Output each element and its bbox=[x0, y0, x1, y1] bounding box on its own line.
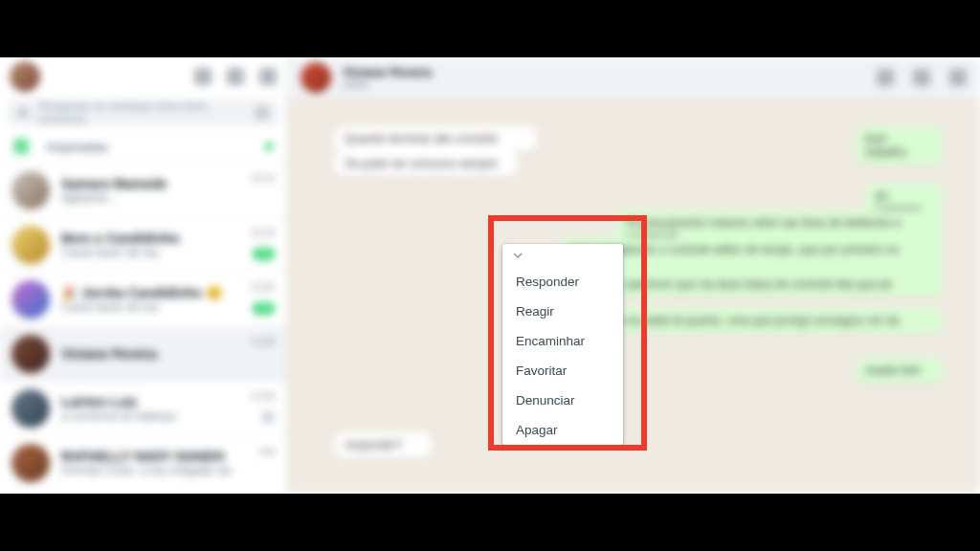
chat-time: 13:56 bbox=[251, 282, 275, 293]
sidebar: Pesquisar ou começar uma nova conversa A… bbox=[0, 57, 287, 494]
avatar bbox=[11, 280, 50, 319]
message-out[interactable]: e o spectrum que via doze baixa de contr… bbox=[597, 272, 942, 297]
chat-subtitle: a conversa do balanço bbox=[61, 409, 275, 423]
chat-time: 14:18 bbox=[251, 228, 275, 238]
ctx-reply[interactable]: Responder bbox=[502, 267, 623, 297]
search-icon bbox=[17, 107, 29, 119]
sidebar-header-icons bbox=[194, 68, 277, 85]
ctx-delete[interactable]: Apagar bbox=[502, 415, 623, 445]
chevron-down-icon[interactable] bbox=[502, 244, 623, 267]
chat-subtitle: Permita Cristo: a tua chegada vai bbox=[61, 464, 275, 477]
avatar bbox=[11, 335, 50, 373]
avatar bbox=[11, 171, 50, 209]
search-chat-icon[interactable] bbox=[913, 69, 930, 86]
chat-title: Viviane Pereira bbox=[61, 346, 275, 362]
ctx-star[interactable]: Favoritar bbox=[502, 356, 623, 386]
chat-list-item[interactable]: Samara Mamede digitando… 14:23 bbox=[0, 163, 286, 217]
avatar bbox=[11, 389, 50, 428]
app-viewport: Pesquisar ou começar uma nova conversa A… bbox=[0, 57, 980, 494]
ctx-react[interactable]: Reagir bbox=[502, 297, 623, 326]
video-icon[interactable] bbox=[877, 69, 894, 86]
status-icon[interactable] bbox=[194, 68, 212, 85]
chat-header-icons bbox=[877, 69, 967, 86]
chat-title: 🎉 Jorska Candidinho 😊 bbox=[61, 285, 275, 300]
messages-area[interactable]: Quando terminar alto consiste Se pode se… bbox=[287, 98, 980, 494]
filter-icon[interactable] bbox=[256, 106, 269, 120]
chat-list-item[interactable]: 🎉 Jorska Candidinho 😊 Canal haver de tua… bbox=[0, 272, 286, 326]
chat-title: RAFAELLY NADY NANDO bbox=[61, 449, 275, 464]
message-in[interactable]: Quando terminar alto consiste bbox=[335, 126, 536, 151]
chat-panel: Viviane Pereira online Quando terminar a… bbox=[287, 57, 980, 494]
avatar bbox=[11, 226, 50, 264]
chat-title: Lairton Luiz bbox=[61, 394, 275, 409]
new-chat-icon[interactable] bbox=[227, 68, 244, 85]
chat-header: Viviane Pereira online bbox=[287, 57, 980, 98]
chat-time: 14:23 bbox=[251, 173, 275, 184]
chat-time: seg bbox=[259, 446, 275, 456]
letterbox-top bbox=[0, 0, 980, 57]
sidebar-header bbox=[0, 57, 286, 96]
message-out[interactable]: risada hein bbox=[856, 358, 942, 383]
contact-avatar[interactable] bbox=[301, 62, 331, 93]
blurred-underlay: Pesquisar ou começar uma nova conversa A… bbox=[0, 57, 980, 494]
chat-subtitle: digitando… bbox=[61, 191, 275, 205]
message-context-menu: Responder Reagir Encaminhar Favoritar De… bbox=[502, 244, 623, 445]
more-icon[interactable] bbox=[949, 69, 967, 86]
chat-list-item[interactable]: Bem o Candidinho Canal haver de tua 14:1… bbox=[0, 217, 286, 272]
chat-title: Samara Mamede bbox=[61, 176, 275, 191]
chat-time: 12:58 bbox=[251, 391, 275, 402]
menu-icon[interactable] bbox=[259, 68, 277, 85]
unread-badge: 30 bbox=[253, 302, 275, 315]
ctx-forward[interactable]: Encaminhar bbox=[502, 326, 623, 356]
chat-list-item[interactable]: RAFAELLY NADY NANDO Permita Cristo: a tu… bbox=[0, 435, 286, 490]
archived-label: Arquivadas bbox=[46, 140, 108, 154]
search-input[interactable]: Pesquisar ou começar uma nova conversa bbox=[8, 99, 278, 126]
self-avatar[interactable] bbox=[10, 61, 40, 92]
message-in[interactable]: responder? bbox=[335, 432, 431, 457]
message-out[interactable]: é que da na saida tá quanto, uma que pro… bbox=[568, 308, 942, 333]
chat-list-item[interactable]: Viviane Pereira 13:40 bbox=[0, 326, 286, 381]
archived-row[interactable]: Arquivadas bbox=[0, 130, 286, 163]
archived-indicator bbox=[265, 143, 273, 150]
contact-status: online bbox=[343, 79, 432, 90]
ctx-report[interactable]: Denunciar bbox=[502, 386, 623, 415]
chat-subtitle: Canal haver de tua bbox=[61, 246, 275, 259]
letterbox-bottom bbox=[0, 494, 980, 551]
unread-badge: 20 bbox=[253, 248, 275, 260]
chat-list-item[interactable]: Lairton Luiz a conversa do balanço 12:58 bbox=[0, 381, 286, 435]
message-out[interactable]: bom trabalho bbox=[856, 126, 942, 165]
chat-time: 13:40 bbox=[251, 337, 275, 347]
muted-icon bbox=[261, 410, 275, 424]
chat-title: Bem o Candidinho bbox=[61, 231, 275, 246]
chat-subtitle: Canal haver de tua bbox=[61, 300, 275, 314]
search-placeholder: Pesquisar ou começar uma nova conversa bbox=[38, 99, 256, 126]
message-in[interactable]: Se pode ser consurso sempre bbox=[335, 151, 517, 176]
avatar bbox=[11, 444, 50, 482]
contact-name: Viviane Pereira bbox=[343, 65, 432, 79]
